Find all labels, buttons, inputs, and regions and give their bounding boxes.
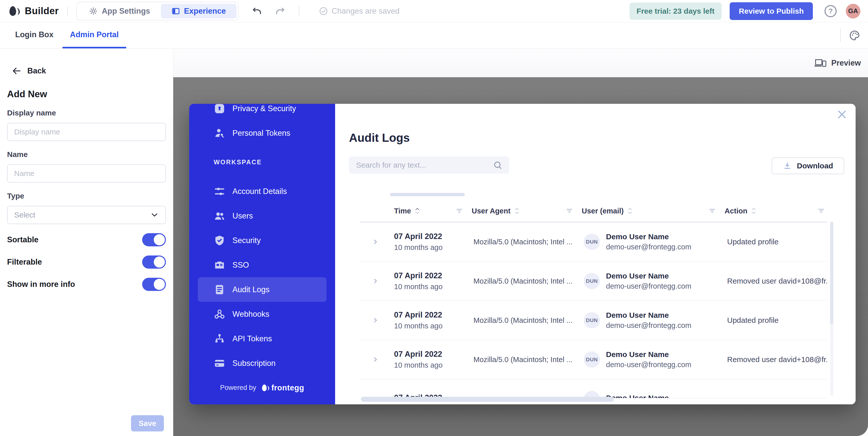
column-header-user-email[interactable]: User (email) bbox=[582, 207, 724, 215]
redo-button[interactable] bbox=[275, 6, 285, 17]
divider bbox=[299, 6, 299, 17]
preview-label: Preview bbox=[831, 58, 861, 67]
tab-app-settings[interactable]: App Settings bbox=[79, 4, 161, 19]
caret-down-icon bbox=[515, 211, 519, 214]
action-cell: Updated profile bbox=[724, 316, 827, 325]
toggle-label: Show in more info bbox=[7, 280, 75, 289]
row-time-ago: 10 months ago bbox=[394, 322, 472, 330]
sidebar-item-subscription[interactable]: Subscription bbox=[198, 351, 327, 376]
sidebar-item-label: Security bbox=[232, 236, 261, 245]
audit-logs-table: Time User Agent User (email) Action 07 A… bbox=[360, 190, 827, 398]
user-cell: DUN Demo User Name demo-user@frontegg.co… bbox=[582, 350, 724, 369]
personal-tokens-icon bbox=[214, 127, 225, 139]
sidebar-item-label: API Tokens bbox=[232, 334, 272, 343]
tab-experience[interactable]: Experience bbox=[161, 4, 237, 19]
caret-down-icon bbox=[628, 211, 632, 214]
sidebar-item-webhooks[interactable]: Webhooks bbox=[198, 302, 327, 326]
user-email: demo-user@frontegg.com bbox=[606, 243, 691, 251]
vertical-scrollbar-thumb[interactable] bbox=[830, 222, 833, 324]
user-cell: DUN Demo User Name demo-user@frontegg.co… bbox=[582, 311, 724, 330]
display-name-input[interactable] bbox=[7, 123, 166, 141]
time-cell: 07 April 2022 10 months ago bbox=[391, 232, 472, 252]
horizontal-scrollbar-top[interactable] bbox=[390, 193, 465, 196]
download-button[interactable]: Download bbox=[772, 157, 844, 174]
column-header-user-agent[interactable]: User Agent bbox=[472, 207, 582, 215]
filter-icon[interactable] bbox=[708, 208, 716, 214]
table-row: 07 April 2022 10 months ago Mozilla/5.0 … bbox=[360, 340, 827, 379]
caret-down-icon bbox=[415, 211, 420, 214]
mode-switcher: App Settings Experience bbox=[76, 2, 239, 21]
sidebar-item-account-details[interactable]: Account Details bbox=[198, 179, 327, 204]
back-button[interactable]: Back bbox=[12, 66, 173, 76]
sidebar-item-label: Privacy & Security bbox=[232, 104, 296, 113]
column-header-action[interactable]: Action bbox=[724, 207, 827, 215]
sidebar-item-privacy-security[interactable]: Privacy & Security bbox=[198, 104, 327, 121]
toggle-sortable[interactable] bbox=[142, 233, 166, 246]
sort-icon[interactable] bbox=[628, 208, 632, 214]
frontegg-brand: frontegg bbox=[261, 383, 304, 393]
tab-admin-portal[interactable]: Admin Portal bbox=[62, 22, 126, 48]
name-input[interactable] bbox=[7, 164, 166, 182]
display-name-label: Display name bbox=[7, 109, 166, 117]
caret-down-icon bbox=[751, 211, 756, 214]
name-field-group: Name bbox=[7, 150, 166, 182]
avatar[interactable]: GA bbox=[846, 4, 860, 19]
column-header-label: User Agent bbox=[472, 207, 510, 215]
chevron-right-icon[interactable] bbox=[372, 238, 379, 245]
caret-up-icon bbox=[515, 208, 519, 210]
table-row: 07 April 2022 10 months ago Mozilla/5.0 … bbox=[360, 301, 827, 340]
preview-bar: Preview bbox=[173, 49, 868, 77]
user-agent-cell: Mozilla/5.0 (Macintosh; Intel ... bbox=[472, 238, 582, 246]
search-box bbox=[349, 156, 509, 174]
palette-icon[interactable] bbox=[849, 30, 860, 41]
toggle-show-in-more-info[interactable] bbox=[142, 278, 166, 291]
sidebar-item-security[interactable]: Security bbox=[198, 228, 327, 253]
sidebar-item-audit-logs[interactable]: Audit Logs bbox=[198, 277, 327, 302]
chevron-right-icon[interactable] bbox=[372, 277, 379, 285]
admin-portal-modal: Privacy & Security Personal Tokens WORKS… bbox=[189, 104, 856, 404]
name-label: Name bbox=[7, 150, 166, 159]
tab-login-box[interactable]: Login Box bbox=[8, 22, 61, 48]
sidebar-item-label: Webhooks bbox=[232, 310, 269, 319]
chevron-right-icon[interactable] bbox=[372, 356, 379, 364]
divider bbox=[840, 28, 841, 42]
sort-icon[interactable] bbox=[415, 208, 420, 214]
row-time-ago: 10 months ago bbox=[394, 243, 472, 252]
toggle-row: Sortable bbox=[7, 233, 166, 246]
toggle-label: Filterable bbox=[7, 258, 42, 267]
sidebar-item-personal-tokens[interactable]: Personal Tokens bbox=[198, 121, 327, 145]
help-icon[interactable]: ? bbox=[825, 5, 837, 17]
filter-icon[interactable] bbox=[456, 208, 463, 214]
horizontal-scrollbar[interactable] bbox=[361, 397, 614, 402]
filter-icon[interactable] bbox=[565, 208, 573, 214]
search-input[interactable] bbox=[355, 161, 493, 170]
chevron-down-icon bbox=[150, 211, 159, 219]
portal-tabs: Login BoxAdmin Portal bbox=[0, 22, 868, 49]
chevron-right-icon[interactable] bbox=[372, 317, 379, 324]
user-avatar: DUN bbox=[584, 234, 600, 250]
close-icon[interactable] bbox=[836, 109, 847, 120]
api-tokens-icon bbox=[214, 333, 225, 345]
sort-icon[interactable] bbox=[751, 208, 756, 214]
app-title: Builder bbox=[25, 6, 59, 17]
portal-sidebar-list: Privacy & Security Personal Tokens WORKS… bbox=[189, 104, 335, 376]
preview-backdrop: Privacy & Security Personal Tokens WORKS… bbox=[173, 77, 868, 436]
portal-tab-label: Admin Portal bbox=[70, 30, 119, 39]
privacy-lock-icon bbox=[214, 104, 225, 114]
filter-icon[interactable] bbox=[817, 208, 825, 214]
undo-button[interactable] bbox=[252, 6, 262, 17]
sidebar-item-api-tokens[interactable]: API Tokens bbox=[198, 326, 327, 351]
save-button[interactable]: Save bbox=[131, 415, 164, 431]
users-icon bbox=[214, 210, 225, 222]
review-to-publish-button[interactable]: Review to Publish bbox=[730, 2, 813, 20]
type-select[interactable]: Select bbox=[7, 206, 166, 224]
sidebar-item-users[interactable]: Users bbox=[198, 204, 327, 228]
sidebar-item-sso[interactable]: SSO bbox=[198, 253, 327, 277]
sort-icon[interactable] bbox=[515, 208, 519, 214]
user-agent-cell: Mozilla/5.0 (Macintosh; Intel ... bbox=[472, 316, 582, 325]
toggle-filterable[interactable] bbox=[142, 256, 166, 269]
column-header-time[interactable]: Time bbox=[391, 207, 472, 215]
frontegg-logo-icon bbox=[8, 4, 21, 18]
back-label: Back bbox=[27, 66, 46, 76]
webhooks-icon bbox=[214, 309, 225, 320]
